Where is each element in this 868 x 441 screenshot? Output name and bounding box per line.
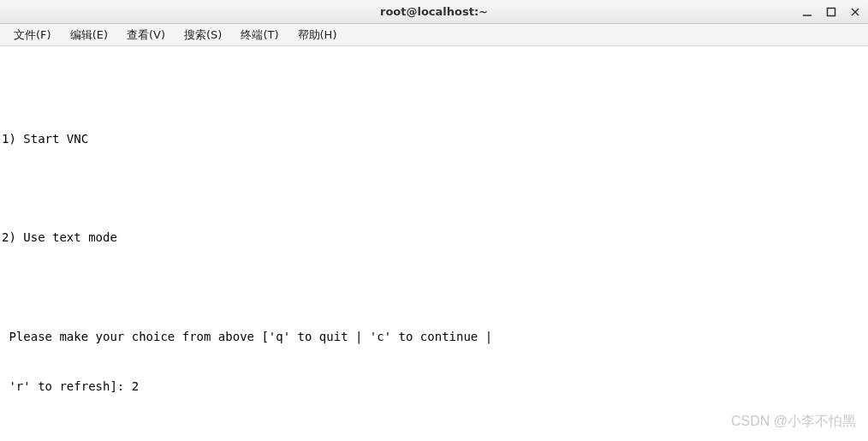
- maximize-icon[interactable]: [823, 6, 839, 18]
- svg-rect-1: [828, 8, 835, 15]
- menubar: 文件(F) 编辑(E) 查看(V) 搜索(S) 终端(T) 帮助(H): [0, 24, 868, 46]
- window-titlebar: root@localhost:~: [0, 0, 868, 24]
- menu-view[interactable]: 查看(V): [118, 25, 174, 45]
- menu-help[interactable]: 帮助(H): [289, 25, 346, 45]
- close-icon[interactable]: [847, 6, 863, 18]
- option-text-mode: 2) Use text mode: [2, 229, 866, 246]
- top-prompt-line1: Please make your choice from above ['q' …: [2, 329, 866, 345]
- menu-terminal[interactable]: 终端(T): [232, 25, 287, 45]
- minimize-icon[interactable]: [800, 6, 815, 18]
- window-title: root@localhost:~: [0, 5, 868, 18]
- menu-edit[interactable]: 编辑(E): [62, 25, 116, 45]
- menu-file[interactable]: 文件(F): [5, 25, 60, 45]
- top-prompt-line2: 'r' to refresh]: 2: [2, 378, 866, 395]
- option-start-vnc: 1) Start VNC: [2, 131, 866, 147]
- window-controls: [800, 0, 863, 23]
- terminal[interactable]: 1) Start VNC 2) Use text mode Please mak…: [0, 46, 868, 441]
- menu-search[interactable]: 搜索(S): [175, 25, 230, 45]
